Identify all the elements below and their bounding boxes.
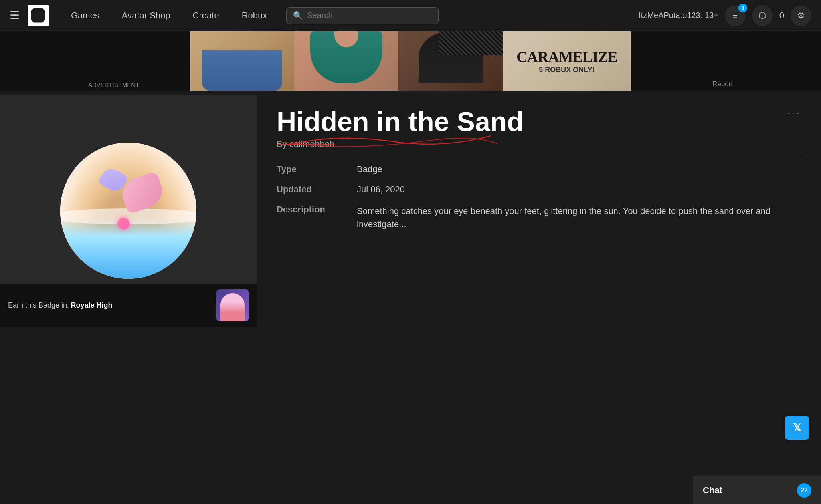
twitter-button[interactable]: 𝕏 [785,416,809,440]
nav-right: ItzMeAPotato123: 13+ ≡ 3 ⬡ 0 ⚙ [639,5,811,26]
earn-badge-bar: Earn this Badge in: Royale High [0,284,257,327]
ad-panel-2 [294,31,398,91]
nav-link-create[interactable]: Create [182,10,231,21]
game-thumb-character [220,293,245,321]
messages-icon: ≡ [732,10,738,21]
left-panel: Earn this Badge in: Royale High [0,95,257,327]
updated-value: Jul 06, 2020 [357,184,801,195]
shield-icon: ⬡ [758,10,766,21]
ad-panel-3 [398,31,503,91]
earn-badge-prefix: Earn this Badge in: [8,301,69,309]
ad-label: ADVERTISEMENT [88,81,139,88]
search-bar[interactable]: 🔍 [286,7,439,24]
badge-gem [117,218,129,230]
badge-title: Hidden in the Sand [277,107,801,137]
messages-button[interactable]: ≡ 3 [725,5,746,26]
notification-badge: 3 [738,4,747,12]
description-value: Something catches your eye beneath your … [357,204,801,231]
divider [277,156,801,156]
robux-amount: 0 [779,10,784,21]
settings-button[interactable]: ⚙ [791,5,811,26]
more-options-button[interactable]: ··· [787,107,801,119]
nav-links: Games Avatar Shop Create Robux [60,10,278,21]
chat-bar[interactable]: Chat 22 [693,476,821,504]
earn-badge-info: Earn this Badge in: Royale High [8,301,113,310]
nav-link-games[interactable]: Games [60,10,111,21]
shield-button[interactable]: ⬡ [752,5,773,26]
ad-brand-name: CARAMeLize [516,48,617,66]
roblox-logo[interactable] [28,5,49,26]
navbar: ☰ Games Avatar Shop Create Robux 🔍 ItzMe… [0,0,821,31]
chat-label: Chat [703,485,722,496]
search-input[interactable] [307,11,432,20]
gear-icon: ⚙ [797,10,805,21]
search-icon: 🔍 [293,11,303,20]
creator-name[interactable]: callmehbob [289,139,335,149]
chat-count: 22 [797,483,811,498]
ad-report-button[interactable]: Report [712,80,733,88]
username-display: ItzMeAPotato123: 13+ [639,11,718,20]
ad-panel-1 [190,31,294,91]
ad-panel-brand: CARAMeLize 5 ROBUX ONLY! [503,31,631,91]
main-content: Earn this Badge in: Royale High Hidden i… [0,95,821,327]
logo-mark [31,8,45,23]
game-thumbnail[interactable] [216,289,249,321]
badge-meta: Type Badge Updated Jul 06, 2020 Descript… [277,164,801,231]
hamburger-icon[interactable]: ☰ [10,9,20,22]
right-panel: Hidden in the Sand By callmehbob Type Ba… [257,95,821,327]
type-value: Badge [357,164,801,175]
type-label: Type [277,164,341,175]
by-prefix: By [277,139,287,149]
badge-image [60,143,196,279]
nav-link-avatar-shop[interactable]: Avatar Shop [111,10,182,21]
ad-brand-tagline: 5 ROBUX ONLY! [539,66,595,74]
updated-label: Updated [277,184,341,195]
twitter-icon: 𝕏 [793,422,801,434]
earn-badge-game[interactable]: Royale High [71,301,113,309]
nav-link-robux[interactable]: Robux [231,10,279,21]
description-label: Description [277,204,341,231]
ad-container: CARAMeLize 5 ROBUX ONLY! ADVERTISEMENT R… [0,31,821,91]
badge-by-line: By callmehbob [277,139,801,149]
